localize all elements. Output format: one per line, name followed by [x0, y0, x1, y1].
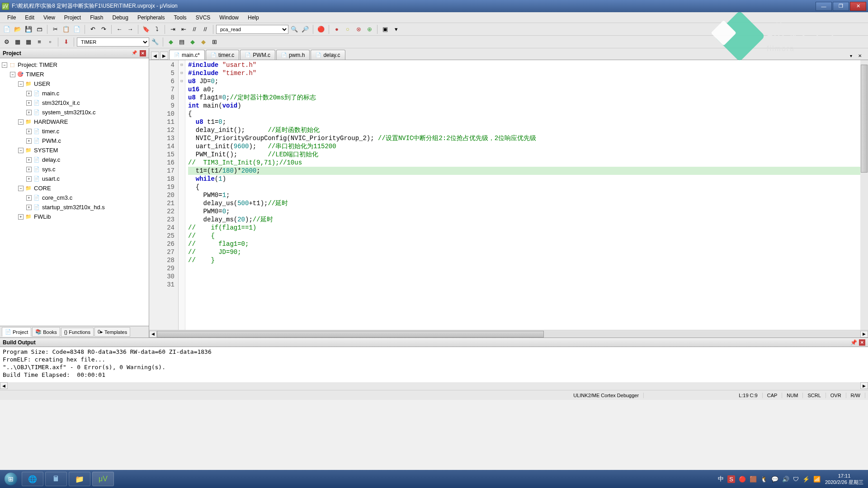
open-file-icon[interactable]: 📂: [13, 24, 23, 34]
expand-icon[interactable]: −: [10, 72, 15, 77]
pin-icon[interactable]: 📌: [132, 50, 138, 56]
ime-mode-icon[interactable]: S: [727, 475, 735, 483]
tree-group-system[interactable]: −📁SYSTEM: [0, 145, 149, 155]
menu-project[interactable]: Project: [60, 13, 85, 22]
target-combo[interactable]: TIMER: [77, 38, 149, 47]
menu-debug[interactable]: Debug: [108, 13, 133, 22]
tray-icon[interactable]: 💬: [771, 476, 778, 483]
paste-icon[interactable]: 📄: [72, 24, 82, 34]
tray-icon[interactable]: 🐧: [760, 476, 768, 483]
tab-close-icon[interactable]: ✕: [858, 53, 864, 60]
tree-file[interactable]: +📄main.c: [0, 89, 149, 98]
manage3-icon[interactable]: ◆: [188, 37, 198, 47]
tab-dropdown-icon[interactable]: ▾: [850, 53, 856, 60]
download-icon[interactable]: ⬇: [61, 37, 71, 47]
expand-icon[interactable]: −: [2, 62, 7, 68]
uncomment-icon[interactable]: //: [200, 24, 210, 34]
expand-icon[interactable]: +: [26, 205, 32, 210]
tree-file[interactable]: +📄usart.c: [0, 174, 149, 183]
taskbar-app-uvision[interactable]: μV: [92, 472, 114, 486]
editor-tab[interactable]: 📄pwm.h: [276, 50, 310, 60]
rebuild-icon[interactable]: ▦: [24, 37, 33, 47]
build-output-text[interactable]: Program Size: Code=8348 RO-data=336 RW-d…: [0, 347, 868, 382]
expand-icon[interactable]: +: [26, 138, 32, 144]
undo-icon[interactable]: ↶: [88, 24, 98, 34]
code-content[interactable]: #include "usart.h"#include "timer.h"u8 J…: [185, 60, 868, 330]
outdent-icon[interactable]: ⇤: [179, 24, 189, 34]
batch-build-icon[interactable]: ≡: [34, 37, 44, 47]
menu-svcs[interactable]: SVCS: [191, 13, 215, 22]
tray-icon[interactable]: 🟫: [750, 476, 757, 483]
panel-tab-books[interactable]: 📚Books: [32, 327, 60, 337]
project-tree[interactable]: −⬚Project: TIMER−🎯TIMER−📁USER+📄main.c+📄s…: [0, 58, 149, 326]
tab-nav-right-icon[interactable]: ▶: [160, 52, 168, 60]
dropdown-icon[interactable]: ▾: [391, 24, 401, 34]
manage-icon[interactable]: ◆: [166, 37, 176, 47]
menu-window[interactable]: Window: [215, 13, 243, 22]
find-icon[interactable]: 🔍: [289, 24, 299, 34]
find-combo[interactable]: pca_read: [216, 25, 288, 34]
volume-icon[interactable]: 🔊: [782, 476, 789, 483]
stop-build-icon[interactable]: ▫: [45, 37, 55, 47]
tab-nav-left-icon[interactable]: ◀: [151, 52, 159, 60]
expand-icon[interactable]: +: [26, 176, 32, 182]
tree-file[interactable]: +📄stm32f10x_it.c: [0, 98, 149, 108]
debug-icon[interactable]: 🔴: [316, 24, 326, 34]
expand-icon[interactable]: −: [18, 148, 24, 153]
taskbar-app-explorer[interactable]: 📁: [69, 472, 90, 486]
nav-fwd-icon[interactable]: →: [125, 24, 135, 34]
fold-column[interactable]: ⊟⊟⊟: [179, 60, 185, 330]
menu-file[interactable]: File: [3, 13, 20, 22]
expand-icon[interactable]: +: [26, 195, 32, 201]
taskbar-app-ie[interactable]: 🌐: [22, 472, 43, 486]
editor-tab[interactable]: 📄PWM.c: [240, 50, 275, 60]
panel-tab-templates[interactable]: 0▸Templates: [94, 327, 130, 337]
menu-view[interactable]: View: [39, 13, 60, 22]
manage5-icon[interactable]: ⊞: [209, 37, 219, 47]
tree-file[interactable]: +📄core_cm3.c: [0, 193, 149, 202]
tree-group-core[interactable]: −📁CORE: [0, 183, 149, 193]
manage2-icon[interactable]: ▤: [177, 37, 187, 47]
scroll-thumb[interactable]: [861, 65, 868, 173]
expand-icon[interactable]: +: [26, 91, 32, 96]
editor-tab[interactable]: 📄main.c*: [169, 50, 205, 60]
nav-back-icon[interactable]: ←: [114, 24, 124, 34]
breakpoint-kill-icon[interactable]: ⊗: [354, 24, 363, 34]
menu-tools[interactable]: Tools: [170, 13, 191, 22]
close-button[interactable]: ✕: [850, 2, 866, 11]
editor-hscrollbar[interactable]: ◀ ▶: [149, 330, 868, 338]
expand-icon[interactable]: +: [26, 167, 32, 172]
window-icon[interactable]: ▣: [380, 24, 390, 34]
build-icon[interactable]: ▦: [13, 37, 23, 47]
target-options-icon[interactable]: 🔧: [150, 37, 160, 47]
menu-flash[interactable]: Flash: [85, 13, 108, 22]
menu-help[interactable]: Help: [243, 13, 264, 22]
tree-group-fwlib[interactable]: +📁FWLib: [0, 212, 149, 221]
scroll-track[interactable]: [8, 382, 860, 390]
menu-peripherals[interactable]: Peripherals: [133, 13, 170, 22]
expand-icon[interactable]: −: [18, 186, 24, 191]
tree-project-root[interactable]: −⬚Project: TIMER: [0, 60, 149, 70]
bookmark-next-icon[interactable]: ⤵: [152, 24, 162, 34]
comment-icon[interactable]: //: [189, 24, 199, 34]
panel-close-icon[interactable]: ✕: [140, 50, 146, 56]
pin-icon[interactable]: 📌: [850, 339, 857, 346]
expand-icon[interactable]: +: [26, 100, 32, 106]
panel-tab-project[interactable]: 📄Project: [2, 327, 31, 337]
scroll-left-icon[interactable]: ◀: [0, 382, 8, 389]
panel-tab-functions[interactable]: {}Functions: [61, 328, 94, 337]
breakpoint-insert-icon[interactable]: ●: [332, 24, 342, 34]
editor-tab[interactable]: 📄delay.c: [311, 50, 345, 60]
expand-icon[interactable]: +: [26, 129, 32, 134]
expand-icon[interactable]: +: [26, 157, 32, 163]
breakpoint-disable-icon[interactable]: ○: [343, 24, 353, 34]
copy-icon[interactable]: 📋: [61, 24, 71, 34]
scroll-thumb[interactable]: [157, 331, 544, 338]
scroll-track[interactable]: [157, 331, 860, 338]
tree-group-user[interactable]: −📁USER: [0, 79, 149, 89]
tree-file[interactable]: +📄sys.c: [0, 164, 149, 174]
system-tray[interactable]: 中 S 🔴 🟫 🐧 💬 🔊 🛡 ⚡ 📶: [718, 475, 825, 483]
tray-icon[interactable]: ⚡: [802, 476, 810, 483]
bookmark-icon[interactable]: 🔖: [141, 24, 151, 34]
scroll-left-icon[interactable]: ◀: [149, 331, 157, 338]
